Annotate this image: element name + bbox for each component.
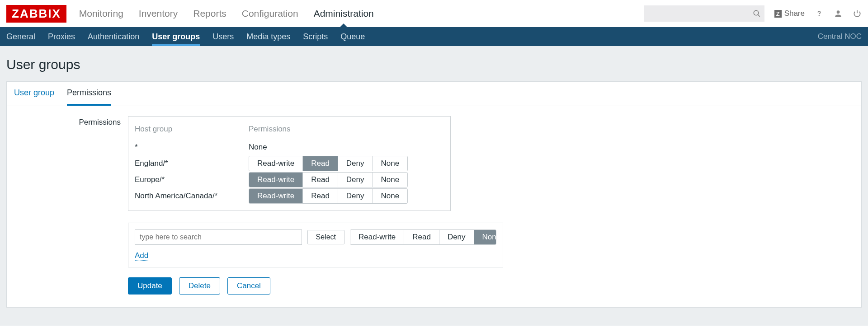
topnav-item-reports[interactable]: Reports <box>193 8 226 19</box>
cancel-button[interactable]: Cancel <box>227 277 270 295</box>
subnav-item-proxies[interactable]: Proxies <box>48 27 75 46</box>
add-link[interactable]: Add <box>135 251 148 261</box>
subnav-item-user-groups[interactable]: User groups <box>152 27 200 46</box>
subnav-item-queue[interactable]: Queue <box>340 27 365 46</box>
update-button[interactable]: Update <box>128 277 172 295</box>
permission-toggle-deny[interactable]: Deny <box>338 173 373 187</box>
z-badge-icon: Z <box>774 10 782 18</box>
permission-cell: Read-writeReadDenyNone <box>249 156 444 171</box>
form-label-permissions: Permissions <box>14 116 121 127</box>
permission-toggle-deny[interactable]: Deny <box>338 189 373 203</box>
permission-toggle-none[interactable]: None <box>373 156 408 171</box>
add-permission-toggle-read[interactable]: Read <box>404 230 439 244</box>
permission-toggle-group: Read-writeReadDenyNone <box>249 156 408 171</box>
tab-row: User groupPermissions <box>7 82 861 106</box>
permission-toggle-none[interactable]: None <box>373 173 408 187</box>
share-label: Share <box>784 9 805 18</box>
permission-toggle-read-write[interactable]: Read-write <box>249 189 303 203</box>
hostgroup-search-input[interactable] <box>135 229 302 245</box>
hostgroup-name: Europe/* <box>135 175 249 184</box>
hostgroup-name: North America/Canada/* <box>135 192 249 201</box>
permission-toggle-group: Read-writeReadDenyNone <box>249 172 408 187</box>
sub-nav: GeneralProxiesAuthenticationUser groupsU… <box>6 27 365 46</box>
add-permission-toggle-none[interactable]: None <box>474 230 496 244</box>
permission-toggle-read[interactable]: Read <box>303 156 338 171</box>
help-icon[interactable] <box>815 9 824 18</box>
subnav-right-label: Central NOC <box>818 32 862 41</box>
top-nav: MonitoringInventoryReportsConfigurationA… <box>79 8 374 19</box>
permission-toggle-read[interactable]: Read <box>303 189 338 203</box>
add-permission-toggle-read-write[interactable]: Read-write <box>350 230 404 244</box>
global-search-wrap <box>644 5 764 22</box>
permission-row: North America/Canada/*Read-writeReadDeny… <box>135 188 444 204</box>
subnav-item-users[interactable]: Users <box>212 27 234 46</box>
topnav-item-inventory[interactable]: Inventory <box>139 8 178 19</box>
permission-row: Europe/*Read-writeReadDenyNone <box>135 172 444 188</box>
permission-row: England/*Read-writeReadDenyNone <box>135 155 444 172</box>
topnav-item-monitoring[interactable]: Monitoring <box>79 8 123 19</box>
subnav-item-authentication[interactable]: Authentication <box>88 27 139 46</box>
svg-line-1 <box>758 14 760 17</box>
form-card: User groupPermissions Permissions Host g… <box>6 81 862 308</box>
topnav-item-configuration[interactable]: Configuration <box>242 8 298 19</box>
svg-point-0 <box>754 10 759 15</box>
subnav-item-media-types[interactable]: Media types <box>246 27 290 46</box>
user-icon[interactable] <box>834 9 843 18</box>
permissions-box: Host group Permissions *NoneEngland/*Rea… <box>128 116 451 211</box>
permission-toggle-read-write[interactable]: Read-write <box>249 173 303 187</box>
add-permission-box: Select Read-writeReadDenyNone Add <box>128 223 503 267</box>
permission-toggle-none[interactable]: None <box>373 189 408 203</box>
permission-toggle-read[interactable]: Read <box>303 173 338 187</box>
permission-cell: Read-writeReadDenyNone <box>249 188 444 204</box>
global-search-input[interactable] <box>644 5 764 22</box>
topnav-item-administration[interactable]: Administration <box>314 8 374 19</box>
tab-permissions[interactable]: Permissions <box>67 88 111 106</box>
permission-cell: Read-writeReadDenyNone <box>249 172 444 187</box>
share-button[interactable]: Z Share <box>774 9 805 18</box>
delete-button[interactable]: Delete <box>179 277 220 295</box>
permission-row: *None <box>135 139 444 155</box>
permission-toggle-group: Read-writeReadDenyNone <box>249 188 408 204</box>
search-icon[interactable] <box>753 9 761 18</box>
permission-toggle-read-write[interactable]: Read-write <box>249 156 303 171</box>
subnav-item-scripts[interactable]: Scripts <box>303 27 328 46</box>
hostgroup-name: England/* <box>135 159 249 168</box>
hostgroup-name: * <box>135 143 249 152</box>
col-header-permissions: Permissions <box>249 125 444 134</box>
col-header-hostgroup: Host group <box>135 125 249 134</box>
subnav-item-general[interactable]: General <box>6 27 35 46</box>
power-icon[interactable] <box>853 9 862 18</box>
add-permission-toggle-group: Read-writeReadDenyNone <box>350 229 496 245</box>
logo[interactable]: ZABBIX <box>6 5 66 23</box>
permission-toggle-deny[interactable]: Deny <box>338 156 373 171</box>
page-title: User groups <box>6 51 862 81</box>
add-permission-toggle-deny[interactable]: Deny <box>439 230 474 244</box>
svg-point-3 <box>837 10 840 14</box>
permission-cell: None <box>249 143 444 152</box>
tab-user-group[interactable]: User group <box>14 88 54 106</box>
select-button[interactable]: Select <box>307 230 344 244</box>
svg-point-2 <box>819 15 820 16</box>
